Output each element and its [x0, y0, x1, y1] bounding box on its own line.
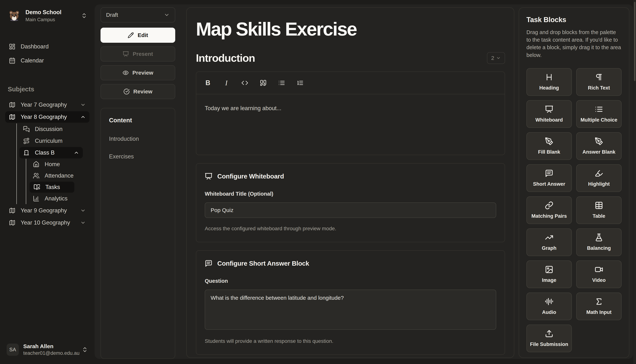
block-tile-heading[interactable]: Heading: [526, 68, 572, 96]
block-label: Fill Blank: [538, 149, 560, 155]
review-button[interactable]: Review: [101, 84, 175, 99]
school-campus: Main Campus: [26, 17, 77, 22]
block-tile-highlight[interactable]: Highlight: [576, 164, 622, 192]
school-name: Demo School: [26, 9, 77, 16]
user-menu[interactable]: SA Sarah Allen teacher01@demo.edu.au: [5, 342, 89, 357]
map-icon: [9, 207, 16, 214]
sidebar-item-label: Analytics: [45, 195, 68, 202]
block-tile-graph[interactable]: Graph: [526, 228, 572, 256]
outline-item-exercises[interactable]: Exercises: [109, 153, 167, 160]
edit-label: Edit: [138, 32, 148, 38]
block-tile-fill-blank[interactable]: Fill Blank: [526, 132, 572, 160]
block-label: Multiple Choice: [580, 117, 617, 123]
block-tile-short-answer[interactable]: Short Answer: [526, 164, 572, 192]
status-select[interactable]: Draft: [101, 7, 175, 22]
outline-item-introduction[interactable]: Introduction: [109, 136, 167, 142]
pen-tool-icon: [545, 137, 553, 146]
subject-year10-geography[interactable]: Year 10 Geography: [5, 217, 89, 228]
year8-children: Discussion Curriculum Class B Home Atten…: [17, 124, 89, 204]
sidebar-item-home[interactable]: Home: [26, 159, 89, 170]
chart-icon: [33, 195, 40, 202]
blocks-grid: Heading Rich Text Whiteboard Multiple Ch…: [526, 68, 622, 352]
subjects-tree: Year 7 Geography Year 8 Geography Discus…: [5, 99, 89, 228]
block-tile-file-submission[interactable]: File Submission: [526, 324, 572, 352]
block-label: Image: [542, 278, 556, 283]
block-tile-math-input[interactable]: Math Input: [576, 292, 622, 320]
chevrons-up-down-icon: [82, 346, 88, 353]
school-switcher[interactable]: Demo School Main Campus: [5, 7, 89, 24]
status-value: Draft: [106, 12, 164, 18]
audio-lines-icon: [545, 297, 553, 306]
calendar-icon: [9, 57, 16, 64]
sidebar: Demo School Main Campus Dashboard Calend…: [0, 0, 95, 364]
block-tile-whiteboard[interactable]: Whiteboard: [526, 100, 572, 128]
sidebar-item-attendance[interactable]: Attendance: [26, 170, 89, 181]
flask-icon: [595, 233, 603, 242]
editor-content[interactable]: Today we are learning about...: [196, 94, 505, 155]
block-label: Highlight: [588, 181, 610, 187]
subjects-heading: Subjects: [8, 86, 89, 93]
highlighter-icon: [595, 169, 603, 178]
block-tile-table[interactable]: Table: [576, 196, 622, 224]
sidebar-item-label: Calendar: [21, 57, 44, 64]
user-email: teacher01@demo.edu.au: [23, 350, 77, 356]
sidebar-item-tasks[interactable]: Tasks: [30, 182, 74, 193]
class-b-children: Home Attendance Tasks Analytics: [26, 159, 89, 204]
question-textarea[interactable]: What is the difference between latitude …: [205, 290, 496, 330]
sidebar-item-calendar[interactable]: Calendar: [5, 55, 89, 66]
block-tile-multiple-choice[interactable]: Multiple Choice: [576, 100, 622, 128]
sidebar-item-analytics[interactable]: Analytics: [26, 193, 89, 204]
presentation-icon: [545, 105, 553, 114]
block-tile-answer-blank[interactable]: Answer Blank: [576, 132, 622, 160]
content-outline-card: Content Introduction Exercises: [101, 108, 175, 359]
heading-icon: [545, 73, 553, 82]
door-icon: [23, 150, 30, 156]
configure-short-answer-card: Configure Short Answer Block Question Wh…: [196, 250, 505, 355]
sidebar-item-label: Tasks: [45, 184, 60, 190]
chevron-up-icon: [74, 150, 79, 156]
sidebar-item-discussion[interactable]: Discussion: [17, 124, 89, 135]
rich-text-editor: B I Today we are learning about...: [196, 72, 505, 155]
sidebar-item-dashboard[interactable]: Dashboard: [5, 41, 89, 52]
short-answer-card-title: Configure Short Answer Block: [217, 260, 309, 267]
subject-label: Year 7 Geography: [21, 102, 75, 108]
bullet-list-icon[interactable]: [278, 80, 285, 86]
block-tile-audio[interactable]: Audio: [526, 292, 572, 320]
pen-tool-icon: [595, 137, 603, 146]
chevron-down-icon: [496, 56, 501, 60]
preview-button[interactable]: Preview: [101, 65, 175, 80]
edit-button[interactable]: Edit: [101, 28, 175, 43]
subject-year9-geography[interactable]: Year 9 Geography: [5, 205, 89, 216]
present-button[interactable]: Present: [101, 46, 175, 62]
ordered-list-icon[interactable]: [297, 80, 304, 86]
chevrons-up-down-icon: [81, 12, 87, 19]
block-tile-image[interactable]: Image: [526, 260, 572, 288]
block-tile-balancing[interactable]: Balancing: [576, 228, 622, 256]
block-label: Matching Pairs: [531, 213, 567, 219]
italic-icon[interactable]: I: [223, 80, 230, 86]
message-square-text-icon: [545, 169, 553, 178]
subject-year7-geography[interactable]: Year 7 Geography: [5, 99, 89, 110]
whiteboard-title-input[interactable]: [205, 202, 496, 218]
block-tile-matching-pairs[interactable]: Matching Pairs: [526, 196, 572, 224]
task-blocks-panel: Task Blocks Drag and drop blocks from th…: [519, 7, 629, 358]
block-tile-video[interactable]: Video: [576, 260, 622, 288]
block-label: Answer Blank: [582, 149, 615, 155]
subject-year8-geography[interactable]: Year 8 Geography: [5, 111, 89, 123]
code-icon[interactable]: [241, 80, 248, 86]
image-icon: [545, 265, 553, 274]
introduction-count-dropdown[interactable]: 2: [487, 52, 505, 64]
sidebar-item-class-b[interactable]: Class B: [19, 147, 83, 158]
bold-icon[interactable]: B: [204, 80, 211, 86]
map-icon: [9, 114, 16, 120]
page-scrollbar[interactable]: [633, 0, 636, 364]
introduction-section-header: Introduction 2: [196, 52, 505, 64]
quote-icon[interactable]: [260, 80, 267, 86]
chevron-down-icon: [164, 12, 170, 18]
task-blocks-title: Task Blocks: [526, 16, 622, 24]
sidebar-item-curriculum[interactable]: Curriculum: [17, 135, 89, 147]
video-icon: [595, 265, 603, 274]
block-tile-rich-text[interactable]: Rich Text: [576, 68, 622, 96]
scrollbar-thumb[interactable]: [634, 2, 635, 81]
configure-whiteboard-card: Configure Whiteboard Whiteboard Title (O…: [196, 163, 505, 242]
